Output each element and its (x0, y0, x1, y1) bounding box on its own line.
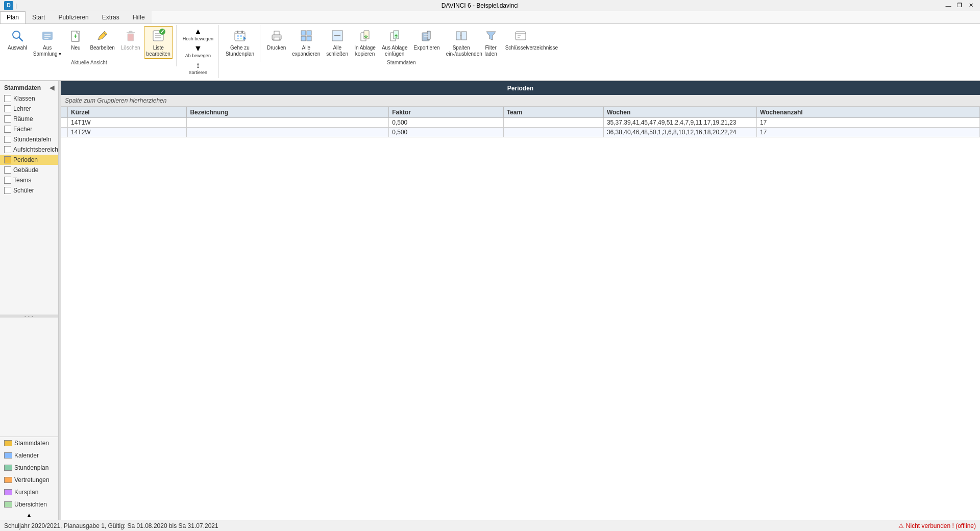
btn-loeschen-label: Löschen (121, 45, 140, 51)
btn-neu[interactable]: + Neu (65, 26, 86, 55)
window-controls: — ❐ ✕ (943, 1, 976, 11)
grouping-bar[interactable]: Spalte zum Gruppieren hierherziehen (61, 95, 980, 107)
sidebar-item-faecher[interactable]: Fächer (0, 124, 58, 134)
sidebar-item-aufsicht-label: Aufsichtsbereiche (13, 146, 59, 153)
sidebar-item-gebaeude[interactable]: Gebäude (0, 165, 58, 175)
schliessen-icon (329, 28, 346, 44)
sidebar-resize-handle[interactable]: • • • (0, 315, 58, 318)
close-button[interactable]: ✕ (966, 1, 976, 11)
btn-aus-ablage-label: Aus Ablageeinfügen (382, 45, 408, 57)
schueler-folder-icon (4, 187, 11, 194)
sidebar-item-teams[interactable]: Teams (0, 175, 58, 185)
svg-rect-22 (237, 35, 239, 37)
sidebar-item-stundentafeln-label: Stundentafeln (13, 136, 51, 143)
btn-filter[interactable]: Filterladen (480, 26, 502, 59)
title-bar: D | DAVINCI 6 - Beispiel.davinci — ❐ ✕ (0, 0, 980, 11)
tab-plan[interactable]: Plan (0, 11, 26, 23)
cell-wochenanzahl: 17 (756, 118, 979, 128)
cell-wochen: 36,38,40,46,48,50,1,3,6,8,10,12,16,18,20… (603, 128, 756, 137)
cell-team (503, 128, 603, 137)
btn-auswahl-label: Auswahl (8, 45, 27, 51)
col-faktor[interactable]: Faktor (389, 107, 503, 118)
btn-spalten[interactable]: Spaltenein-/ausblenden (444, 26, 479, 59)
tab-publizieren[interactable]: Publizieren (52, 11, 95, 23)
ribbon-group-stammdaten: Drucken Alleexpandieren (261, 25, 542, 66)
svg-rect-41 (461, 32, 467, 40)
cell-bezeichnung (187, 128, 389, 137)
vertretungen-icon (4, 477, 12, 483)
aus-ablage-icon (386, 28, 403, 44)
col-bezeichnung[interactable]: Bezeichnung (187, 107, 389, 118)
col-wochen[interactable]: Wochen (603, 107, 756, 118)
btn-loeschen[interactable]: Löschen (118, 26, 143, 55)
col-marker (61, 107, 68, 118)
sidebar-item-schueler[interactable]: Schüler (0, 185, 58, 196)
btn-alle-schliessen[interactable]: Alleschließen (324, 26, 351, 59)
sidebar-bottom-stundenplan-label: Stundenplan (14, 464, 48, 471)
sidebar-collapse-btn[interactable]: ▲ (0, 511, 58, 520)
table-row[interactable]: 14T1W 0,500 35,37,39,41,45,47,49,51,2,4,… (61, 118, 980, 128)
tab-start[interactable]: Start (26, 11, 52, 23)
col-team[interactable]: Team (503, 107, 603, 118)
sidebar-toggle[interactable]: ◀ (50, 84, 54, 91)
kalender-icon (4, 452, 12, 458)
group-label-order (181, 76, 215, 78)
content-area: Perioden Spalte zum Gruppieren hierherzi… (61, 81, 980, 520)
svg-rect-34 (307, 36, 311, 41)
svg-rect-31 (301, 31, 306, 35)
btn-in-ablage-kopieren[interactable]: In Ablagekopieren (352, 26, 378, 59)
btn-ab-bewegen[interactable]: ▼ Ab bewegen (181, 43, 215, 59)
btn-aus-ablage-einfuegen[interactable]: Aus Ablageeinfügen (379, 26, 410, 59)
ribbon-group-gehe-buttons: Gehe zuStundenplan (223, 25, 257, 60)
btn-exportieren[interactable]: Exportieren (411, 26, 443, 55)
btn-gehe-zu[interactable]: Gehe zuStundenplan (223, 26, 257, 59)
status-right: ⚠ Nicht verbunden ! (offline) (898, 522, 976, 529)
restore-button[interactable]: ❐ (954, 1, 965, 11)
svg-rect-24 (237, 38, 239, 39)
sidebar-item-klassen-label: Klassen (13, 95, 35, 102)
group-label-ansicht: Aktuelle Ansicht (5, 59, 173, 66)
svg-rect-33 (301, 36, 306, 41)
btn-auswahl[interactable]: Auswahl (5, 26, 30, 55)
tab-hilfe[interactable]: Hilfe (126, 11, 152, 23)
col-wochenanzahl[interactable]: Wochenanzahl (756, 107, 979, 118)
table-container[interactable]: Kürzel Bezeichnung Faktor Team Wochen Wo… (61, 107, 980, 520)
sidebar-item-faecher-label: Fächer (13, 126, 32, 133)
sidebar-bottom-kalender[interactable]: Kalender (0, 449, 58, 462)
btn-liste-bearbeiten[interactable]: ✓ Listebearbeiten (144, 26, 173, 59)
btn-alle-expandieren[interactable]: Alleexpandieren (289, 26, 323, 59)
group-label-stammdaten: Stammdaten (264, 59, 538, 66)
btn-drucken[interactable]: Drucken (264, 26, 288, 55)
tab-extras[interactable]: Extras (95, 11, 126, 23)
sidebar-item-klassen[interactable]: Klassen (0, 93, 58, 104)
sidebar-bottom-stundenplan[interactable]: Stundenplan (0, 462, 58, 474)
btn-hoch-bewegen[interactable]: ▲ Hoch bewegen (181, 26, 215, 42)
sidebar-item-raeume[interactable]: Räume (0, 114, 58, 124)
table-row[interactable]: 14T2W 0,500 36,38,40,46,48,50,1,3,6,8,10… (61, 128, 980, 137)
ribbon-group-order-buttons: ▲ Hoch bewegen ▼ Ab bewegen ↕ Sortieren (181, 25, 215, 76)
sidebar-bottom-uebersichten[interactable]: Übersichten (0, 498, 58, 511)
minimize-button[interactable]: — (943, 1, 953, 11)
ab-label: Ab bewegen (185, 53, 211, 58)
content-title: Perioden (507, 85, 533, 92)
sidebar-bottom-stammdaten[interactable]: Stammdaten (0, 437, 58, 449)
sidebar-bottom-vertretungen[interactable]: Vertretungen (0, 474, 58, 486)
table-body: 14T1W 0,500 35,37,39,41,45,47,49,51,2,4,… (61, 118, 980, 137)
sidebar-item-perioden[interactable]: Perioden (0, 155, 58, 165)
sidebar-bottom-kursplan[interactable]: Kursplan (0, 486, 58, 498)
status-right-text: Nicht verbunden ! (offline) (906, 522, 976, 529)
ribbon-group-stammdaten-buttons: Drucken Alleexpandieren (264, 25, 538, 59)
btn-schluessel[interactable]: Schlüsselverzeichnisse (503, 26, 538, 55)
ribbon-content: Auswahl AusSammlung ▾ (0, 23, 980, 80)
btn-aus-sammlung[interactable]: AusSammlung ▾ (31, 26, 64, 59)
col-kurzel[interactable]: Kürzel (68, 107, 187, 118)
btn-sortieren[interactable]: ↕ Sortieren (181, 60, 215, 76)
btn-spalten-label: Spaltenein-/ausblenden (446, 45, 477, 57)
sidebar-item-stundentafeln[interactable]: Stundentafeln (0, 134, 58, 144)
exportieren-icon (419, 28, 435, 44)
btn-bearbeiten[interactable]: Bearbeiten (87, 26, 117, 55)
sidebar-item-aufsichtsbereiche[interactable]: Aufsichtsbereiche (0, 144, 58, 155)
svg-text:+: + (74, 33, 78, 40)
stundenplan-icon (4, 465, 12, 471)
sidebar-item-lehrer[interactable]: Lehrer (0, 104, 58, 114)
